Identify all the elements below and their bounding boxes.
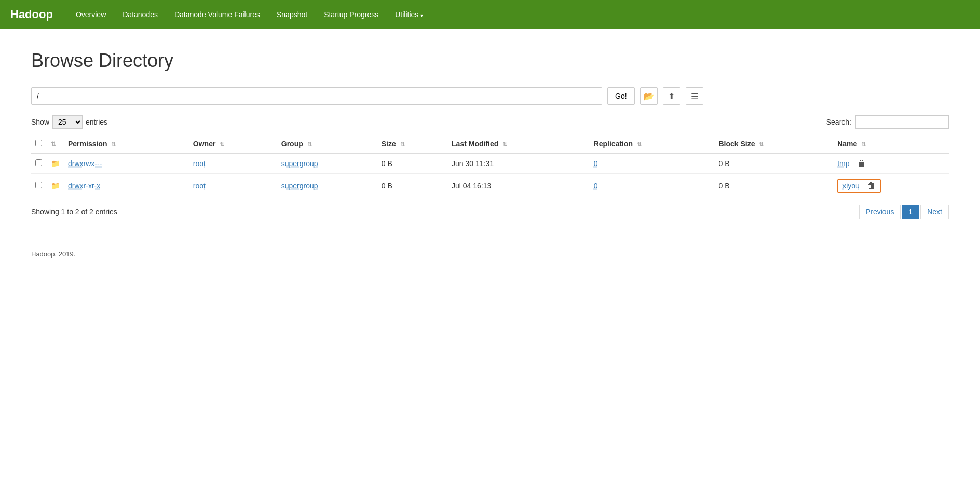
nav-startup-progress[interactable]: Startup Progress [317,6,386,23]
table-row: 📁 drwxr-xr-x root supergroup 0 B Jul 04 … [31,174,949,198]
xiyou-highlight-wrapper: xiyou 🗑 [837,179,881,193]
row1-checkbox[interactable] [35,159,42,166]
directory-table: ⇅ Permission ⇅ Owner ⇅ Group ⇅ Size ⇅ [31,134,949,198]
row2-owner: root [189,174,277,198]
row2-group-link[interactable]: supergroup [281,182,318,190]
permission-col-header[interactable]: Permission ⇅ [64,134,189,154]
entries-label: entries [86,118,107,126]
row2-delete-button[interactable]: 🗑 [867,181,876,191]
row2-permission: drwxr-xr-x [64,174,189,198]
row2-name-link[interactable]: xiyou [842,182,860,190]
entries-per-page-select[interactable]: 10 25 50 100 [52,115,83,129]
table-controls: Show 10 25 50 100 entries Search: [31,115,949,129]
search-label: Search: [826,118,851,126]
row1-replication: 0 [590,154,715,174]
page-1-button[interactable]: 1 [902,205,919,219]
row1-owner: root [189,154,277,174]
sort-icon-group: ⇅ [307,141,312,147]
go-button[interactable]: Go! [607,87,635,105]
path-input[interactable] [31,87,602,105]
main-content: Browse Directory Go! 📂 ⬆ ☰ Show 10 25 50… [0,29,980,279]
row1-blocksize: 0 B [714,154,833,174]
sort-icon-owner: ⇅ [220,141,224,147]
folder-type-icon2: 📁 [51,182,60,190]
nav-datanode-volume-failures[interactable]: Datanode Volume Failures [167,6,267,23]
search-box: Search: [826,115,949,129]
row2-permission-link[interactable]: drwxr-xr-x [68,182,100,190]
page-title: Browse Directory [31,50,949,72]
row1-lastmod: Jun 30 11:31 [447,154,590,174]
folder-icon-button[interactable]: 📂 [640,87,658,105]
size-col-header[interactable]: Size ⇅ [377,134,447,154]
showing-text: Showing 1 to 2 of 2 entries [31,208,117,216]
navbar-brand[interactable]: Hadoop [10,8,53,21]
upload-icon-button[interactable]: ⬆ [663,87,680,105]
sort-icon-permission: ⇅ [111,141,116,147]
list-icon: ☰ [691,91,698,101]
next-button[interactable]: Next [920,205,949,219]
row2-size: 0 B [377,174,447,198]
row1-group-link[interactable]: supergroup [281,159,318,168]
row1-name-link[interactable]: tmp [837,159,849,168]
replication-col-header[interactable]: Replication ⇅ [590,134,715,154]
row1-replication-link[interactable]: 0 [594,159,598,168]
nav-snapshot[interactable]: Snapshot [269,6,315,23]
sort-icon-blocksize: ⇅ [759,141,764,147]
sort-icon-replication: ⇅ [637,141,642,147]
nav-overview[interactable]: Overview [69,6,113,23]
sort-icon-type: ⇅ [51,141,56,148]
pagination: Previous 1 Next [859,205,949,219]
path-bar: Go! 📂 ⬆ ☰ [31,87,949,105]
previous-button[interactable]: Previous [859,205,901,219]
row2-replication: 0 [590,174,715,198]
row1-delete-button[interactable]: 🗑 [857,159,866,168]
row1-name: tmp 🗑 [833,154,949,174]
navbar-links: Overview Datanodes Datanode Volume Failu… [69,6,430,23]
table-body: 📁 drwxrwx--- root supergroup 0 B Jun 30 … [31,154,949,198]
blocksize-col-header[interactable]: Block Size ⇅ [714,134,833,154]
row1-checkbox-cell [31,154,47,174]
list-icon-button[interactable]: ☰ [686,87,703,105]
nav-utilities[interactable]: Utilities ▾ [388,6,430,23]
row2-blocksize: 0 B [714,174,833,198]
select-all-checkbox[interactable] [35,140,42,146]
footer-text: Hadoop, 2019. [31,250,75,258]
row1-permission: drwxrwx--- [64,154,189,174]
lastmod-col-header[interactable]: Last Modified ⇅ [447,134,590,154]
select-all-header [31,134,47,154]
row2-replication-link[interactable]: 0 [594,182,598,190]
sort-icon-size: ⇅ [400,141,405,147]
group-col-header[interactable]: Group ⇅ [277,134,377,154]
row1-type-icon-cell: 📁 [47,154,64,174]
show-label: Show [31,118,49,126]
utilities-dropdown-arrow: ▾ [420,12,423,18]
row1-owner-link[interactable]: root [193,159,206,168]
row1-size: 0 B [377,154,447,174]
row2-checkbox-cell [31,174,47,198]
row2-type-icon-cell: 📁 [47,174,64,198]
row2-checkbox[interactable] [35,182,42,188]
folder-icon: 📂 [644,91,654,101]
navbar: Hadoop Overview Datanodes Datanode Volum… [0,0,980,29]
row2-group: supergroup [277,174,377,198]
row1-group: supergroup [277,154,377,174]
owner-col-header[interactable]: Owner ⇅ [189,134,277,154]
name-col-header[interactable]: Name ⇅ [833,134,949,154]
row2-owner-link[interactable]: root [193,182,206,190]
nav-datanodes[interactable]: Datanodes [115,6,165,23]
icon-col-header: ⇅ [47,134,64,154]
pagination-area: Showing 1 to 2 of 2 entries Previous 1 N… [31,205,949,219]
sort-icon-lastmod: ⇅ [502,141,507,147]
sort-icon-name: ⇅ [861,141,866,147]
table-header: ⇅ Permission ⇅ Owner ⇅ Group ⇅ Size ⇅ [31,134,949,154]
upload-icon: ⬆ [668,91,675,101]
row2-lastmod: Jul 04 16:13 [447,174,590,198]
row1-permission-link[interactable]: drwxrwx--- [68,159,102,168]
show-entries: Show 10 25 50 100 entries [31,115,107,129]
footer: Hadoop, 2019. [31,250,949,258]
search-input[interactable] [855,115,949,129]
folder-type-icon: 📁 [51,159,60,168]
table-row: 📁 drwxrwx--- root supergroup 0 B Jun 30 … [31,154,949,174]
row2-name: xiyou 🗑 [833,174,949,198]
